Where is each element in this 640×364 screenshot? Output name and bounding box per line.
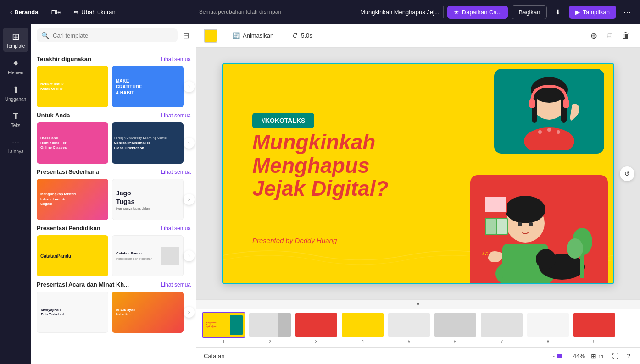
film-thumb-9 <box>573 312 616 338</box>
person-illustration-bottom: ♪♫ <box>475 182 603 283</box>
tampilkan-button[interactable]: ▶ Tampilkan <box>569 6 616 19</box>
sidebar-item-elemen[interactable]: ✦ Elemen <box>3 54 28 79</box>
slide-title-line1: Mungkinkah <box>252 131 389 154</box>
help-button[interactable]: ? <box>624 351 633 361</box>
animate-button[interactable]: 🔄 Animasikan <box>229 30 277 41</box>
sidebar-item-lainnya-label: Lainnya <box>7 149 23 154</box>
section-title-acara: Presentasi Acara dan Minat Kh... <box>37 281 129 288</box>
section-header-sederhana: Presentasi Sederhana Lihat semua <box>37 168 191 175</box>
grid-button[interactable]: ⊞ 11 <box>589 351 606 361</box>
film-slide-3[interactable]: 3 <box>295 312 338 344</box>
delete-slide-button[interactable]: 🗑 <box>619 29 633 42</box>
topbar: ‹ Beranda File ⇔ Ubah ukuran Semua perub… <box>0 0 640 24</box>
film-slide-7[interactable]: 7 <box>480 312 523 344</box>
dapatkan-label: Dapatkan Ca... <box>462 9 502 16</box>
sidebar-item-unggahan[interactable]: ⬆ Unggahan <box>3 81 28 105</box>
sidebar-item-unggahan-label: Unggahan <box>5 97 26 102</box>
film-number-9: 9 <box>593 339 596 344</box>
file-button[interactable]: File <box>46 6 65 18</box>
filmstrip-toggle[interactable]: ▾ <box>196 300 640 309</box>
film-slide-9[interactable]: 9 <box>573 312 616 344</box>
terakhir-next-button[interactable]: › <box>184 81 195 92</box>
pendidikan-next-button[interactable]: › <box>184 250 195 261</box>
template-thumb-10[interactable]: Untuk ayah terbaik... <box>112 292 184 333</box>
film-thumb-4 <box>341 312 384 338</box>
divider <box>443 6 444 18</box>
duration-button[interactable]: ⏱ 5.0s <box>289 30 316 41</box>
main-area: ⊞ Template ✦ Elemen ⬆ Unggahan T Teks ··… <box>0 24 640 364</box>
sidebar-item-teks[interactable]: T Teks <box>3 107 28 132</box>
duration-label: 5.0s <box>301 32 312 39</box>
film-number-7: 7 <box>501 339 503 344</box>
trash-icon: 🗑 <box>622 31 630 40</box>
fullscreen-button[interactable]: ⛶ <box>610 351 621 361</box>
sederhana-next-button[interactable]: › <box>184 194 195 205</box>
template-thumb-7[interactable]: CatatanPandu <box>37 235 108 276</box>
template-thumb-3[interactable]: Rules and Reminders For Online Classes <box>37 122 108 164</box>
film-slide-8[interactable]: 8 <box>526 312 570 344</box>
template-row-untukanda: Rules and Reminders For Online Classes F… <box>37 122 191 164</box>
bagikan-button[interactable]: Bagikan <box>512 5 547 19</box>
ubah-ukuran-button[interactable]: ⇔ Ubah ukuran <box>69 6 120 18</box>
redo-canvas-button[interactable]: ↺ <box>620 166 634 181</box>
film-number-6: 6 <box>454 339 457 344</box>
more-button[interactable]: ⋯ <box>620 5 634 20</box>
add-slide-button[interactable]: ⊕ <box>588 29 600 43</box>
acara-next-button[interactable]: › <box>184 307 195 318</box>
search-input[interactable] <box>53 32 173 39</box>
copy-slide-button[interactable]: ⧉ <box>604 29 615 42</box>
template-thumb-6[interactable]: Jago Tugas ilyas punya tugas dalam <box>112 179 184 220</box>
chevron-up-icon: ▾ <box>417 302 419 307</box>
template-thumb-5[interactable]: Mengungkap Misteri Internet untuk Segala <box>37 179 108 220</box>
beranda-button[interactable]: ‹ Beranda <box>6 6 43 18</box>
template-row-terakhir: Netiket untuk Kelas Online MAKE GRATITUD… <box>37 66 191 107</box>
hashtag-box: #KOKOTALKS <box>252 113 314 128</box>
slide-title-line2: Menghapus <box>252 154 389 177</box>
filter-icon: ⊟ <box>183 32 189 39</box>
template-thumb-9[interactable]: Menyajikan Pria Terkebut <box>37 292 108 333</box>
help-icon: ? <box>627 353 630 360</box>
film-slide-4[interactable]: 4 <box>341 312 384 344</box>
tampilkan-label: Tampilkan <box>583 9 610 16</box>
sidebar-item-lainnya[interactable]: ··· Lainnya <box>3 133 28 158</box>
template-thumb-8[interactable]: Catatan Pandu Pendidikan dan Pelatihan <box>112 235 184 276</box>
slide-count: 11 <box>598 354 604 359</box>
download-button[interactable]: ⬇ <box>551 5 565 19</box>
canvas-area: 🔄 Animasikan ⏱ 5.0s ⊕ ⧉ 🗑 <box>196 24 640 364</box>
template-thumb-1[interactable]: Netiket untuk Kelas Online <box>37 66 108 107</box>
filter-button[interactable]: ⊟ <box>181 29 191 42</box>
sidebar-item-teks-label: Teks <box>11 123 21 128</box>
animate-icon: 🔄 <box>233 32 240 39</box>
filmstrip-scroll: MungkinkahMenghapusJejak Digital? 1 <box>196 309 640 347</box>
film-slide-6[interactable]: 6 <box>434 312 477 344</box>
search-bar: 🔍 ⊟ <box>31 24 196 47</box>
see-all-untukanda[interactable]: Lihat semua <box>161 112 191 119</box>
dapatkan-button[interactable]: ★ Dapatkan Ca... <box>447 6 508 19</box>
see-all-sederhana[interactable]: Lihat semua <box>161 169 191 175</box>
film-slide-5[interactable]: 5 <box>387 312 431 344</box>
slide-canvas[interactable]: #KOKOTALKS Mungkinkah Menghapus Jejak Di… <box>222 63 614 284</box>
film-thumb-7 <box>480 312 523 338</box>
template-thumb-2[interactable]: MAKE GRATITUDE A HABIT <box>112 66 184 107</box>
text-icon: T <box>13 111 18 121</box>
film-slide-2[interactable]: 2 <box>248 312 292 344</box>
svg-point-15 <box>518 222 522 226</box>
zoom-minus-icon: - <box>553 353 555 359</box>
zoom-percentage: 44% <box>567 353 585 359</box>
see-all-pendidikan[interactable]: Lihat semua <box>161 225 191 232</box>
section-header-terakhir: Terakhir digunakan Lihat semua <box>37 55 191 62</box>
sidebar-item-template[interactable]: ⊞ Template <box>3 28 28 52</box>
film-slide-1[interactable]: MungkinkahMenghapusJejak Digital? 1 <box>202 312 245 344</box>
illustration-top-right <box>494 69 604 154</box>
color-swatch[interactable] <box>204 29 217 43</box>
canvas-undo-redo: ↺ <box>620 166 634 181</box>
see-all-acara[interactable]: Lihat semua <box>161 281 191 288</box>
untukanda-next-button[interactable]: › <box>184 138 195 149</box>
see-all-terakhir[interactable]: Lihat semua <box>161 56 191 62</box>
film-number-5: 5 <box>408 339 411 344</box>
bottom-bar: Catatan - 44% ⊞ 11 ⛶ ? <box>196 347 640 364</box>
template-row-sederhana: Mengungkap Misteri Internet untuk Segala… <box>37 179 191 220</box>
search-input-wrapper: 🔍 <box>37 28 178 42</box>
template-thumb-4[interactable]: Foreign University Learning Center Gener… <box>112 122 184 164</box>
svg-text:♪♫: ♪♫ <box>482 250 489 257</box>
